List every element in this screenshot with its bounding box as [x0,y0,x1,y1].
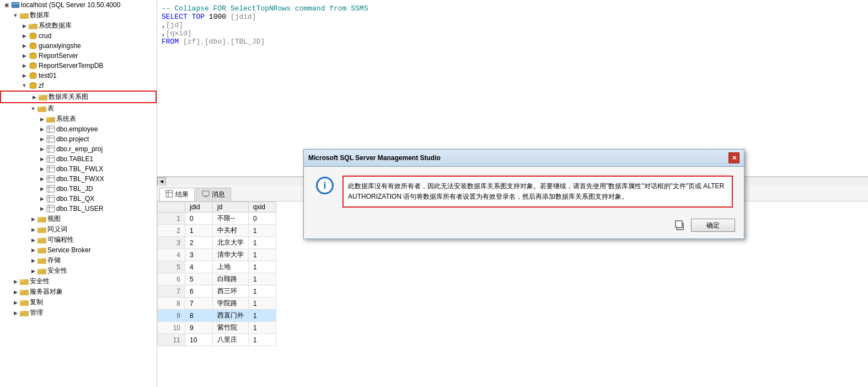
modal-close-button[interactable]: ✕ [728,152,740,163]
modal-title: Microsoft SQL Server Management Studio [308,154,441,162]
modal-message: 此数据库没有有效所有者，因此无法安装数据库关系图支持对象。若要继续，请首先使用"… [342,176,733,208]
modal-titlebar: Microsoft SQL Server Management Studio ✕ [304,150,744,167]
modal-ok-button[interactable]: 确定 [691,219,735,232]
modal-footer: 确定 [304,214,744,238]
modal-body: i 此数据库没有有效所有者，因此无法安装数据库关系图支持对象。若要继续，请首先使… [304,167,744,214]
copy-icon[interactable] [673,219,687,232]
modal-icon-area: i [315,176,335,195]
svg-rect-71 [676,221,682,227]
info-icon: i [316,177,334,194]
modal-dialog: Microsoft SQL Server Management Studio ✕… [303,149,744,239]
modal-overlay: Microsoft SQL Server Management Studio ✕… [0,0,868,387]
